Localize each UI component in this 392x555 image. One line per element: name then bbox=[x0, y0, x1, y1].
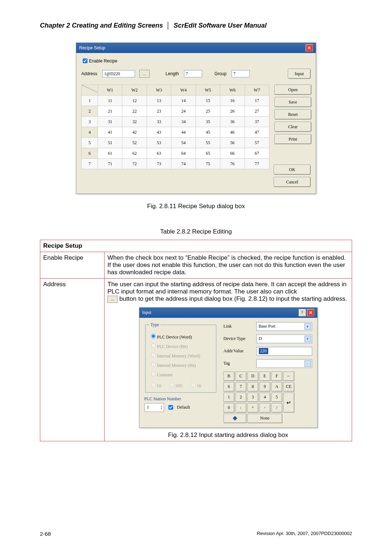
grid-cell[interactable]: 54 bbox=[171, 138, 196, 148]
diamond-key[interactable] bbox=[224, 414, 246, 423]
address-input[interactable] bbox=[102, 70, 135, 77]
grid-cell[interactable]: 61 bbox=[98, 148, 122, 159]
print-button[interactable]: Print bbox=[274, 134, 311, 144]
radio-imem-bit[interactable]: Internal Memory (Bit) bbox=[149, 361, 212, 368]
keypad-key[interactable]: / bbox=[271, 403, 282, 413]
keypad-key[interactable]: C bbox=[236, 372, 246, 381]
radio-plc-bit[interactable]: PLC Device (Bit) bbox=[149, 342, 212, 349]
grid-cell[interactable]: 35 bbox=[196, 117, 220, 127]
grid-cell[interactable]: 11 bbox=[98, 96, 122, 106]
grid-cell[interactable]: 36 bbox=[220, 117, 245, 127]
grid-cell[interactable]: 37 bbox=[245, 117, 269, 127]
grid-cell[interactable]: 33 bbox=[147, 117, 171, 127]
cancel-button[interactable]: Cancel bbox=[274, 177, 311, 187]
grid-cell[interactable]: 76 bbox=[220, 159, 245, 169]
radio-input[interactable] bbox=[151, 382, 156, 387]
grid-cell[interactable]: 27 bbox=[245, 106, 269, 117]
radio-input[interactable] bbox=[151, 353, 156, 357]
grid-cell[interactable]: 56 bbox=[220, 138, 245, 148]
grid-cell[interactable]: 77 bbox=[245, 159, 269, 169]
chevron-down-icon[interactable]: ▾ bbox=[305, 323, 311, 330]
devtype-combo[interactable]: D▾ bbox=[256, 335, 312, 343]
grid-cell[interactable]: 16 bbox=[220, 96, 245, 106]
reset-button[interactable]: Reset bbox=[274, 109, 311, 119]
grid-cell[interactable]: 32 bbox=[122, 117, 147, 127]
length-input[interactable] bbox=[184, 70, 202, 77]
grid-cell[interactable]: 26 bbox=[220, 106, 245, 117]
grid-cell[interactable]: 72 bbox=[122, 159, 147, 169]
ok-button[interactable]: OK bbox=[274, 165, 311, 175]
keypad-key[interactable]: F bbox=[271, 372, 282, 381]
grid-cell[interactable]: 57 bbox=[245, 138, 269, 148]
tag-combo[interactable]: ▾ bbox=[256, 359, 312, 368]
enter-key[interactable]: ↵ bbox=[283, 393, 294, 413]
radio-input[interactable] bbox=[151, 343, 156, 348]
addr-value-field[interactable]: 220 bbox=[256, 347, 312, 356]
keypad-key[interactable]: 6 bbox=[224, 382, 234, 392]
grid-cell[interactable]: 22 bbox=[122, 106, 147, 117]
keypad-key[interactable]: E bbox=[260, 372, 270, 381]
grid-cell[interactable]: 23 bbox=[147, 106, 171, 117]
keypad-key[interactable]: 0 bbox=[224, 403, 234, 413]
grid-cell[interactable]: 34 bbox=[171, 117, 196, 127]
grid-cell[interactable]: 71 bbox=[98, 159, 122, 169]
save-button[interactable]: Save bbox=[274, 97, 311, 107]
keypad-key[interactable]: 8 bbox=[248, 382, 258, 392]
clear-button[interactable]: Clear bbox=[274, 122, 311, 132]
keypad-key[interactable]: 3 bbox=[248, 393, 258, 402]
radio-imem-word[interactable]: Internal Memory (Word) bbox=[149, 352, 212, 359]
grid-cell[interactable]: 44 bbox=[171, 127, 196, 138]
grid-cell[interactable]: 51 bbox=[98, 138, 122, 148]
grid-cell[interactable]: 21 bbox=[98, 106, 122, 117]
radio-input[interactable] bbox=[170, 382, 174, 387]
grid-cell[interactable]: 65 bbox=[196, 148, 220, 159]
radio-plc-word[interactable]: PLC Device (Word) bbox=[149, 333, 212, 340]
input-button[interactable]: Input bbox=[288, 69, 311, 79]
radio-base10u[interactable]: 10U bbox=[168, 381, 183, 389]
help-icon[interactable]: ? bbox=[299, 309, 306, 316]
radio-base16[interactable]: 16 bbox=[189, 381, 201, 389]
keypad-key[interactable]: D bbox=[248, 372, 258, 381]
clear-entry-key[interactable]: CE bbox=[283, 382, 294, 392]
keypad-key[interactable]: A bbox=[271, 382, 282, 392]
keypad-key[interactable]: B bbox=[224, 372, 234, 381]
plc-station-spinner[interactable]: 1 ▲▼ bbox=[144, 403, 164, 412]
close-icon[interactable]: ✕ bbox=[307, 309, 314, 316]
chevron-down-icon[interactable]: ▾ bbox=[305, 336, 311, 342]
grid-cell[interactable]: 15 bbox=[196, 96, 220, 106]
grid-cell[interactable]: 53 bbox=[147, 138, 171, 148]
close-icon[interactable]: ✕ bbox=[306, 44, 313, 52]
grid-cell[interactable]: 25 bbox=[196, 106, 220, 117]
grid-cell[interactable]: 52 bbox=[122, 138, 147, 148]
keypad-key[interactable]: : bbox=[236, 403, 246, 413]
grid-cell[interactable]: 24 bbox=[171, 106, 196, 117]
grid-cell[interactable]: 42 bbox=[122, 127, 147, 138]
grid-cell[interactable]: 75 bbox=[196, 159, 220, 169]
grid-cell[interactable]: 66 bbox=[220, 148, 245, 159]
grid-cell[interactable]: 31 bbox=[98, 117, 122, 127]
grid-cell[interactable]: 13 bbox=[147, 96, 171, 106]
grid-cell[interactable]: 74 bbox=[171, 159, 196, 169]
keypad-key[interactable]: 9 bbox=[260, 382, 270, 392]
none-key[interactable]: None bbox=[248, 414, 282, 423]
enable-recipe-checkbox[interactable] bbox=[83, 58, 87, 63]
radio-input[interactable] bbox=[151, 334, 156, 339]
default-checkbox[interactable] bbox=[168, 405, 173, 410]
link-combo[interactable]: Base Port▾ bbox=[256, 322, 312, 331]
radio-input[interactable] bbox=[191, 382, 196, 387]
grid-cell[interactable]: 55 bbox=[196, 138, 220, 148]
keypad-key[interactable]: - bbox=[260, 403, 270, 413]
grid-cell[interactable]: 73 bbox=[147, 159, 171, 169]
radio-input[interactable] bbox=[151, 372, 156, 376]
grid-cell[interactable]: 45 bbox=[196, 127, 220, 138]
grid-cell[interactable]: 67 bbox=[245, 148, 269, 159]
keypad-key[interactable]: + bbox=[248, 403, 258, 413]
grid-cell[interactable]: 47 bbox=[245, 127, 269, 138]
spinner-arrows-icon[interactable]: ▲▼ bbox=[160, 405, 163, 410]
grid-cell[interactable]: 12 bbox=[122, 96, 147, 106]
chevron-down-icon[interactable]: ▾ bbox=[305, 360, 311, 367]
grid-cell[interactable]: 17 bbox=[245, 96, 269, 106]
keypad-key[interactable]: 5 bbox=[271, 393, 282, 402]
radio-base10[interactable]: 10 bbox=[149, 381, 161, 389]
grid-cell[interactable]: 46 bbox=[220, 127, 245, 138]
